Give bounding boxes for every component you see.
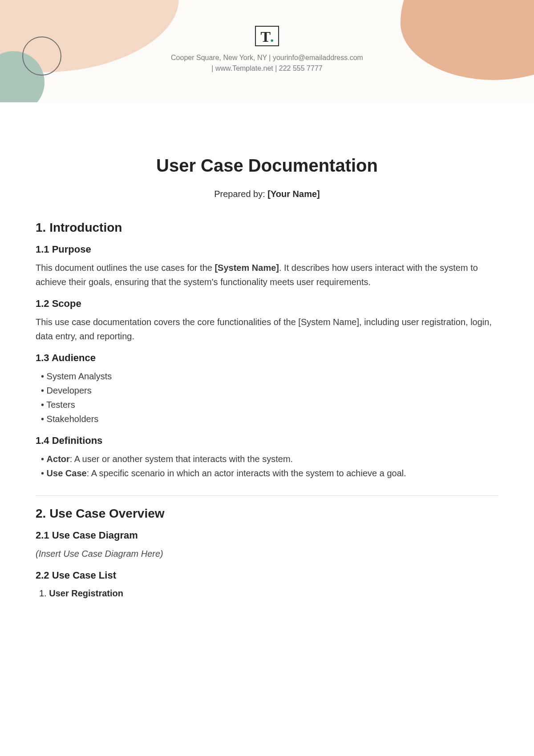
section-1-3-heading: 1.3 Audience — [36, 352, 498, 364]
list-label: User Registration — [49, 588, 123, 598]
list-item: Testers — [41, 398, 498, 412]
section-1-4-heading: 1.4 Definitions — [36, 435, 498, 446]
logo-icon: T. — [255, 26, 279, 46]
byline-label: Prepared by: — [214, 189, 267, 199]
list-item: System Analysts — [41, 369, 498, 383]
section-2-2-heading: 2.2 Use Case List — [36, 570, 498, 581]
section-1-1-paragraph: This document outlines the use cases for… — [36, 261, 498, 289]
definitions-list: Actor: A user or another system that int… — [36, 452, 498, 480]
def-text: : A user or another system that interact… — [70, 454, 293, 464]
use-case-list: 1. User Registration — [36, 587, 498, 600]
byline-name: [Your Name] — [267, 189, 320, 199]
contact-line-1: Cooper Square, New York, NY | yourinfo@e… — [171, 52, 363, 63]
list-num: 1. — [39, 588, 47, 598]
logo-and-contact: T. Cooper Square, New York, NY | yourinf… — [171, 26, 363, 74]
logo-dot: . — [270, 29, 274, 44]
page-header: T. Cooper Square, New York, NY | yourinf… — [0, 0, 534, 102]
def-text: : A specific scenario in which an actor … — [87, 468, 406, 478]
diagram-placeholder: (Insert Use Case Diagram Here) — [36, 547, 498, 561]
list-item: Use Case: A specific scenario in which a… — [41, 466, 498, 480]
section-1-heading: 1. Introduction — [36, 221, 498, 235]
section-1-1-heading: 1.1 Purpose — [36, 244, 498, 255]
list-item: Actor: A user or another system that int… — [41, 452, 498, 466]
page-title: User Case Documentation — [36, 156, 498, 176]
s11-pre: This document outlines the use cases for… — [36, 263, 214, 273]
s11-system-name: [System Name] — [214, 263, 279, 273]
def-term: Actor — [47, 454, 70, 464]
section-2-1-heading: 2.1 Use Case Diagram — [36, 530, 498, 541]
list-item: Developers — [41, 383, 498, 398]
audience-list: System Analysts Developers Testers Stake… — [36, 369, 498, 426]
section-1-2-heading: 1.2 Scope — [36, 298, 498, 310]
contact-info: Cooper Square, New York, NY | yourinfo@e… — [171, 52, 363, 74]
section-2-heading: 2. Use Case Overview — [36, 507, 498, 521]
byline: Prepared by: [Your Name] — [36, 189, 498, 199]
section-1-2-paragraph: This use case documentation covers the c… — [36, 315, 498, 343]
decor-circle-outline-icon — [22, 36, 61, 76]
list-item: 1. User Registration — [39, 587, 498, 600]
logo-letter: T — [260, 28, 270, 45]
decor-blob-top-right — [400, 0, 534, 80]
list-item: Stakeholders — [41, 412, 498, 426]
contact-line-2: | www.Template.net | 222 555 7777 — [171, 63, 363, 74]
section-divider — [36, 495, 498, 496]
document-body: User Case Documentation Prepared by: [Yo… — [0, 102, 534, 618]
def-term: Use Case — [47, 468, 87, 478]
